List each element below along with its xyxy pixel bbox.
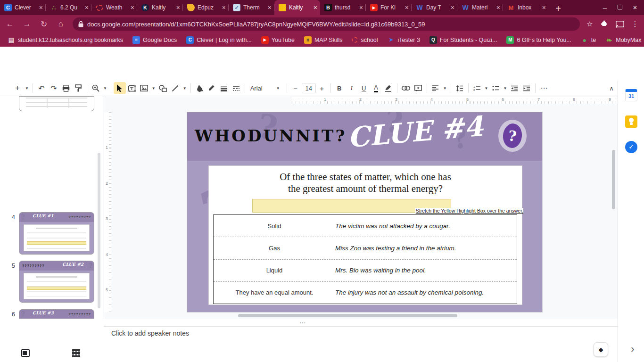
bookmark-te[interactable]: ●te	[577, 35, 600, 45]
grid-view-icon[interactable]	[72, 349, 80, 357]
border-weight-button[interactable]	[218, 82, 230, 94]
new-slide-dropdown[interactable]: ▼	[24, 86, 30, 90]
bookmark-youtube[interactable]: ▶YouTube	[257, 35, 298, 45]
zoom-button[interactable]	[90, 82, 102, 94]
keep-icon[interactable]	[625, 115, 637, 128]
slide-thumbnail-4[interactable]: ? CLUE #1 ?????????	[19, 212, 94, 255]
text-color-button[interactable]: A	[370, 82, 382, 94]
insert-shape-button[interactable]	[157, 82, 169, 94]
select-tool-button[interactable]	[114, 82, 126, 94]
hide-menus-button[interactable]: ∧	[605, 82, 618, 94]
bulleted-list-dropdown[interactable]: ▼	[502, 86, 509, 90]
tab-thursday[interactable]: Bthursd×	[320, 0, 366, 15]
align-button[interactable]	[429, 82, 442, 94]
font-size-decrease[interactable]: −	[289, 82, 302, 94]
font-family-select[interactable]: Arial▼	[248, 82, 284, 94]
tab-close-icon[interactable]: ×	[359, 4, 363, 11]
redo-button[interactable]: ↷	[48, 82, 60, 94]
tab-close-icon[interactable]: ×	[268, 4, 272, 11]
tab-close-icon[interactable]: ×	[39, 4, 43, 11]
table-row[interactable]: They have an equal amount. The injury wa…	[214, 281, 517, 304]
explore-button[interactable]: ◆	[594, 342, 608, 357]
side-panel-collapse-chevron[interactable]: ›	[627, 343, 638, 355]
slide-thumbnail-5[interactable]: ????????? CLUE #2 ?	[19, 261, 94, 303]
insert-image-dropdown[interactable]: ▼	[150, 86, 157, 90]
highlight-color-button[interactable]	[382, 82, 395, 94]
bookmark-itester[interactable]: ➤iTester 3	[384, 35, 424, 45]
back-icon[interactable]: ←	[3, 17, 17, 31]
italic-button[interactable]: I	[346, 82, 358, 94]
window-minimize-button[interactable]: –	[597, 0, 613, 14]
tab-close-icon[interactable]: ×	[85, 4, 89, 11]
tab-weather[interactable]: Weath×	[91, 0, 137, 15]
window-restore-button[interactable]	[612, 0, 628, 14]
border-dash-button[interactable]	[230, 82, 242, 94]
filmstrip-scrollbar[interactable]	[98, 153, 100, 308]
tab-inbox[interactable]: MInbox×	[503, 0, 549, 15]
numbered-list-dropdown[interactable]: ▼	[483, 86, 490, 90]
current-slide[interactable]: ? ? ? ? ? ? ? ? WHODUNNIT? CLUE #4 ? Of …	[187, 112, 542, 312]
border-color-button[interactable]	[206, 82, 218, 94]
tab-kaitlyn-1[interactable]: KKaitly×	[137, 0, 183, 15]
fill-color-button[interactable]	[193, 82, 206, 94]
tab-edpuzzle[interactable]: Edpuz×	[183, 0, 229, 15]
tab-62qu[interactable]: ∴6.2 Qu×	[46, 0, 91, 15]
bookmark-mobymax[interactable]: ❧MobyMax	[602, 35, 644, 45]
new-slide-button[interactable]: +	[11, 82, 24, 94]
insert-line-button[interactable]	[169, 82, 182, 94]
tasks-icon[interactable]: ✓	[625, 141, 637, 153]
tab-close-icon[interactable]: ×	[131, 4, 134, 11]
table-row[interactable]: Gas Miss Zoo was texting a friend in the…	[214, 237, 517, 259]
insert-line-dropdown[interactable]: ▼	[182, 86, 188, 90]
canvas-vertical-scrollbar[interactable]	[612, 150, 615, 209]
font-size-input[interactable]: 14	[302, 83, 316, 93]
window-close-button[interactable]: ×	[627, 0, 643, 14]
line-spacing-button[interactable]	[454, 82, 466, 94]
bookmark-map-skills[interactable]: nMAP Skills	[300, 35, 347, 45]
notes-resize-handle[interactable]: ⋯	[299, 319, 307, 326]
tab-thermal[interactable]: ✓Therm×	[229, 0, 274, 15]
tab-close-icon[interactable]: ×	[496, 4, 500, 11]
bookmark-star-icon[interactable]: ☆	[584, 18, 596, 30]
tab-kaitlyn-slides-active[interactable]: Kaitly×	[274, 0, 320, 15]
address-bar[interactable]: docs.google.com/presentation/d/1xm6OTCKh…	[73, 17, 580, 31]
cast-icon[interactable]	[614, 18, 626, 30]
tab-clever[interactable]: CClever×	[0, 0, 46, 15]
tab-close-icon[interactable]: ×	[451, 4, 454, 11]
refresh-icon[interactable]: ↻	[37, 17, 51, 31]
font-size-increase[interactable]: +	[316, 82, 328, 94]
paint-format-button[interactable]	[72, 82, 84, 94]
text-box-button[interactable]	[126, 82, 138, 94]
new-tab-button[interactable]: +	[552, 2, 565, 15]
tab-close-icon[interactable]: ×	[176, 4, 180, 11]
insert-link-button[interactable]	[400, 82, 412, 94]
speaker-notes-input[interactable]: Click to add speaker notes	[111, 329, 189, 337]
tab-close-icon[interactable]: ×	[314, 4, 317, 11]
bookmark-school-folder[interactable]: ▤student.k12.tulsaschools.org bookmarks	[4, 35, 127, 45]
slide-thumbnail-3-partial[interactable]	[19, 96, 94, 111]
canvas-horizontal-scrollbar[interactable]	[238, 314, 457, 317]
answers-table[interactable]: Solid The victim was not attacked by a c…	[213, 214, 517, 304]
question-card[interactable]: Of the three states of matter, which one…	[209, 166, 522, 304]
table-row[interactable]: Liquid Mrs. Bio was waiting in the pool.	[214, 259, 517, 281]
zoom-dropdown[interactable]: ▼	[102, 86, 108, 90]
bookmark-google-docs[interactable]: ≡Google Docs	[129, 35, 181, 45]
bookmark-school[interactable]: school	[348, 35, 381, 45]
calendar-icon[interactable]: 31	[625, 89, 637, 101]
numbered-list-button[interactable]: 12	[471, 82, 483, 94]
extensions-icon[interactable]	[599, 18, 611, 30]
forward-icon[interactable]: →	[20, 17, 34, 31]
whodunnit-title[interactable]: WHODUNNIT?	[195, 126, 347, 145]
table-row[interactable]: Solid The victim was not attacked by a c…	[214, 215, 517, 237]
decrease-indent-button[interactable]	[508, 82, 520, 94]
underline-button[interactable]: U	[358, 82, 370, 94]
question-text[interactable]: Of the three states of matter, which one…	[209, 171, 522, 195]
tab-close-icon[interactable]: ×	[542, 4, 546, 11]
home-icon[interactable]: ⌂	[54, 17, 68, 31]
tab-close-icon[interactable]: ×	[222, 4, 226, 11]
bookmark-clever[interactable]: CClever | Log in with...	[182, 35, 256, 45]
bookmark-gifs[interactable]: M6 GIFs to Help You...	[503, 35, 575, 45]
bold-button[interactable]: B	[333, 82, 346, 94]
align-dropdown[interactable]: ▼	[442, 86, 448, 90]
tab-dayt[interactable]: WDay T×	[412, 0, 457, 15]
